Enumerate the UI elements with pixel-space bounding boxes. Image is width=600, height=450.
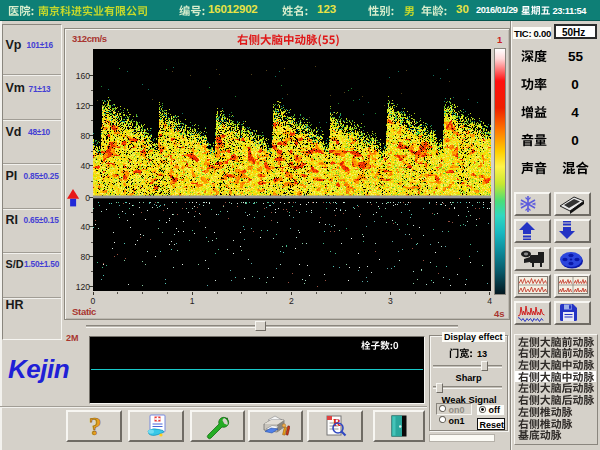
svg-text:?: ?: [89, 414, 102, 440]
svg-text:R: R: [333, 416, 342, 428]
